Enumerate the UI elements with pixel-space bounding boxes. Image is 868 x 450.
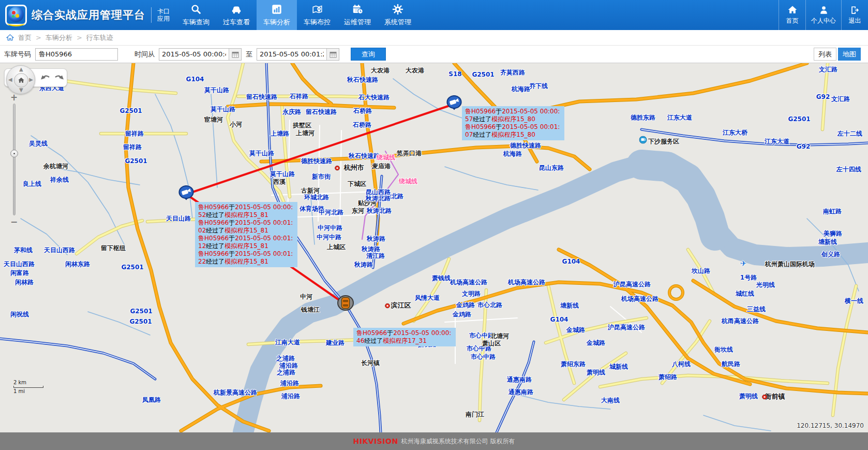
map-label: 光明线 bbox=[756, 281, 775, 289]
zoom-slider[interactable] bbox=[13, 104, 16, 215]
map-label: 浦沿路 bbox=[280, 379, 299, 388]
home-icon bbox=[787, 5, 798, 15]
map-label: G2501 bbox=[472, 71, 494, 78]
view-list-button[interactable]: 列表 bbox=[814, 48, 836, 61]
map-label: 祥余线 bbox=[50, 176, 69, 184]
map-label: 秋涛北路 bbox=[366, 194, 391, 203]
camera-marker-icon[interactable] bbox=[446, 95, 462, 113]
map-label: 绕城线 bbox=[377, 153, 395, 162]
pan-right-arrow-icon[interactable]: ▶ bbox=[29, 77, 33, 82]
nav-item-car[interactable]: 过车查看 bbox=[216, 0, 257, 30]
map-label: 萧绍路 bbox=[659, 373, 677, 382]
map-label: 之浦路 bbox=[277, 368, 295, 377]
map-label: 萧明线 bbox=[739, 392, 758, 401]
plate-label: 车牌号码 bbox=[4, 50, 31, 59]
user-nav-logout[interactable]: 退出 bbox=[841, 0, 868, 30]
time-to-input[interactable] bbox=[257, 49, 326, 60]
nav-item-pin[interactable]: 车辆布控 bbox=[297, 0, 337, 30]
view-toggle: 列表 地图 bbox=[814, 48, 861, 61]
map-label: 吴灵线 bbox=[29, 139, 48, 148]
time-to-wrap bbox=[257, 48, 339, 61]
camera-marker-icon[interactable] bbox=[178, 185, 194, 203]
gear-icon bbox=[392, 3, 404, 16]
map-label: 城新线 bbox=[609, 362, 628, 371]
nav-item-label: 车辆分析 bbox=[263, 18, 290, 27]
map-label: 机场高速公路 bbox=[450, 278, 487, 287]
page-footer: HIKVISION 杭州海康威视系统技术有限公司 版权所有 bbox=[0, 432, 868, 450]
calendar-icon bbox=[232, 51, 239, 58]
map-label: 清江路 bbox=[366, 252, 385, 260]
map-label: 沪昆高速公路 bbox=[613, 280, 651, 289]
nav-item-label: 运维管理 bbox=[344, 18, 371, 27]
map-label: 钱塘江 bbox=[301, 306, 320, 314]
map-label: 衙前镇 bbox=[765, 392, 785, 401]
map-label: 昆山西路 bbox=[366, 188, 391, 197]
service-area-marker-icon[interactable] bbox=[639, 136, 647, 146]
map-label: 留祥路 bbox=[125, 129, 144, 138]
map-label: 中河 bbox=[300, 293, 312, 301]
nav-item-gear[interactable]: 系统管理 bbox=[378, 0, 418, 30]
search-button[interactable]: 查询 bbox=[351, 48, 386, 61]
pan-up-arrow-icon[interactable]: ▲ bbox=[19, 67, 23, 72]
map-canvas[interactable]: 东西大道G104莫干山路留石快速路石祥路石大快速路秋石快速路大农港大农港S18G… bbox=[0, 63, 868, 432]
breadcrumb-item[interactable]: 车辆分析 bbox=[46, 33, 72, 42]
user-nav-home[interactable]: 首页 bbox=[779, 0, 805, 30]
time-from-input[interactable] bbox=[159, 49, 229, 60]
map-label: 八柯线 bbox=[672, 360, 691, 369]
view-map-button[interactable]: 地图 bbox=[838, 48, 861, 61]
airport-marker-icon[interactable]: ✈ bbox=[740, 259, 747, 268]
map-label: G2501 bbox=[129, 318, 152, 325]
map-label: 上塘河 bbox=[296, 129, 315, 138]
pan-left-arrow-icon[interactable]: ◀ bbox=[8, 77, 12, 82]
red-dot-marker-icon[interactable] bbox=[762, 392, 767, 402]
map-label: 金鸡路 bbox=[456, 301, 475, 310]
history-forward-button[interactable] bbox=[54, 72, 64, 83]
map-label: 乔下线 bbox=[529, 82, 548, 91]
map-label: 东河 bbox=[352, 207, 364, 215]
map-label: 杭新景高速公路 bbox=[214, 388, 257, 397]
brand-divider bbox=[151, 7, 152, 23]
map-label: 浦沿路 bbox=[279, 361, 298, 370]
pan-down-arrow-icon[interactable]: ▼ bbox=[19, 88, 23, 93]
map-label: 闲祝线 bbox=[10, 310, 29, 319]
map-label: 新市街 bbox=[312, 172, 331, 181]
scale-mi-label: 1 mi bbox=[13, 388, 34, 394]
user-nav-person[interactable]: 个人中心 bbox=[805, 0, 841, 30]
track-record: 鲁H05966于2015-05-05 00:00:57经过了模拟程序15_80 bbox=[465, 108, 561, 123]
breadcrumb-item[interactable]: 首页 bbox=[18, 33, 32, 42]
nav-item-label: 过车查看 bbox=[223, 18, 250, 27]
map-pan-control[interactable]: ▲ ▼ ◀ ▶ bbox=[6, 65, 35, 94]
map-label: 体育场路 bbox=[300, 205, 324, 213]
main-nav: 车辆查询过车查看车辆分析车辆布控运维管理系统管理 bbox=[176, 0, 418, 30]
time-from-label: 时间从 bbox=[134, 50, 155, 59]
time-from-wrap bbox=[159, 48, 242, 61]
zoom-slider-knob[interactable] bbox=[10, 150, 18, 157]
zoom-in-button[interactable]: + bbox=[7, 93, 21, 101]
time-to-calendar-button[interactable] bbox=[326, 49, 339, 60]
plate-input[interactable] bbox=[35, 48, 118, 61]
zoom-out-button[interactable]: − bbox=[7, 217, 21, 226]
car-marker-icon[interactable] bbox=[336, 295, 355, 314]
map-label: 拱墅区 bbox=[293, 121, 311, 130]
red-dot-marker-icon[interactable] bbox=[335, 163, 340, 173]
map-label: 昆山东路 bbox=[539, 164, 564, 172]
map-label: 秋石快速路 bbox=[349, 152, 380, 161]
map-label: 莫干山路 bbox=[270, 170, 295, 179]
nav-item-search[interactable]: 车辆查询 bbox=[176, 0, 216, 30]
map-home-button[interactable] bbox=[14, 73, 28, 88]
red-dot-marker-icon[interactable] bbox=[385, 301, 390, 311]
map-label: 江东大道 bbox=[765, 137, 789, 146]
app-logo-icon bbox=[5, 5, 27, 25]
map-label: 市心北路 bbox=[477, 301, 502, 310]
map-label: G104 bbox=[550, 316, 568, 323]
map-label: 德胜东路 bbox=[631, 113, 655, 122]
nav-item-calendar[interactable]: 运维管理 bbox=[337, 0, 378, 30]
history-back-button[interactable] bbox=[40, 72, 51, 83]
nav-item-chart[interactable]: 车辆分析 bbox=[257, 0, 297, 30]
map-label: 衙坎线 bbox=[714, 345, 733, 354]
zoom-control: + − bbox=[7, 93, 21, 226]
breadcrumb-item[interactable]: 行车轨迹 bbox=[86, 33, 113, 42]
time-from-calendar-button[interactable] bbox=[229, 49, 241, 60]
map-label: 良上线 bbox=[23, 180, 41, 188]
map-label: 中河中路 bbox=[317, 233, 341, 242]
